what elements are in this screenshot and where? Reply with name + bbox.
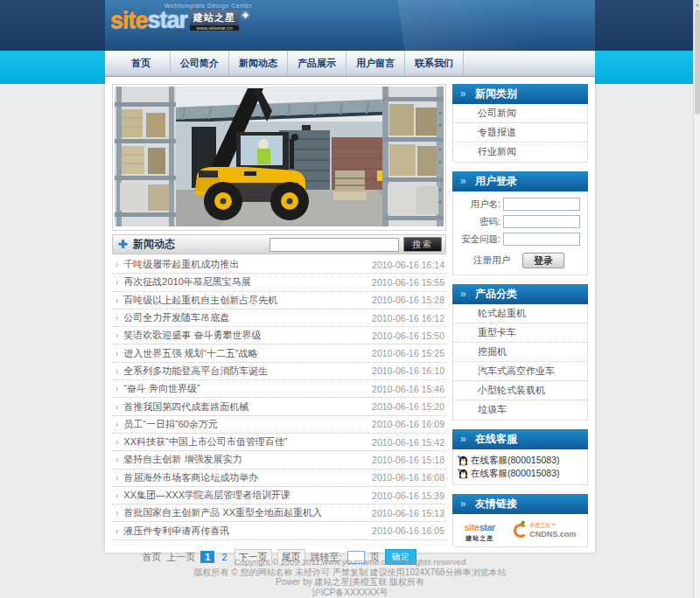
scrollbar[interactable]: ▲: [693, 0, 700, 598]
news-categories-header: » 新闻类别: [452, 84, 588, 104]
news-date: 2010-06-16 15:46: [372, 384, 444, 394]
bullet-arrow-icon: ›: [116, 260, 118, 269]
search-button[interactable]: 搜索: [403, 237, 442, 252]
bullet-arrow-icon: ›: [116, 330, 118, 340]
login-header: » 用户登录: [452, 171, 588, 191]
news-list-item[interactable]: › 笑语欢歌迎盛事 奋斗勇攀世界级 2010-06-16 15:50: [112, 327, 446, 344]
login-field-input[interactable]: [503, 198, 580, 211]
site-logo[interactable]: Webtemplate Design Center site star 建站之星…: [110, 3, 252, 31]
bullet-arrow-icon: ›: [116, 437, 118, 447]
icp-number-line[interactable]: 沪ICP备XXXXXX号: [0, 588, 700, 598]
news-title: XX集团—XXX学院高层管理者培训开课: [123, 489, 372, 502]
news-list-item[interactable]: › 员工“一日捐”60余万元 2010-06-16 16:09: [112, 416, 446, 434]
news-categories-title: 新闻类别: [475, 87, 517, 100]
news-list-item[interactable]: › 坚持自主创新 增强发展实力 2010-06-16 15:18: [112, 451, 446, 469]
nav-item[interactable]: 新闻动态: [229, 51, 288, 76]
login-field-input[interactable]: [503, 215, 580, 228]
logo-text-star: star: [148, 9, 188, 31]
product-category-item[interactable]: 轮式起重机: [453, 304, 587, 323]
online-service-item[interactable]: 在线客服(800015083): [457, 454, 584, 467]
login-title: 用户登录: [475, 175, 517, 187]
news-date: 2010-06-16 15:20: [372, 401, 444, 412]
copyright-line: Copyright © 2009-2011,www.yourname.com,A…: [0, 557, 700, 567]
chevron-right-icon: »: [460, 429, 466, 449]
news-date: 2010-06-16 15:25: [372, 348, 444, 358]
products-title: 产品分类: [475, 288, 517, 300]
news-title: 公司全力开发随车吊底盘: [123, 311, 372, 324]
news-date: 2010-06-16 16:08: [372, 472, 444, 483]
news-title: 再次征战2010年慕尼黑宝马展: [123, 275, 372, 289]
news-list-item[interactable]: › 首届海外市场客商论坛成功举办 2010-06-16 16:08: [112, 469, 446, 487]
friend-link-cndns-logo[interactable]: 美橙互联™ CNDNS.com: [514, 522, 576, 539]
scrollbar-up-arrow-icon[interactable]: ▲: [694, 0, 700, 9]
product-category-item[interactable]: 垃圾车: [453, 400, 587, 420]
nav-item[interactable]: 公司简介: [171, 51, 229, 76]
logo-text-site: site: [110, 9, 148, 31]
news-category-item[interactable]: 行业新闻: [453, 143, 587, 162]
news-category-item[interactable]: 公司新闻: [453, 104, 587, 123]
news-list-item[interactable]: › 首推我国第四代成套路面机械 2010-06-16 15:20: [112, 398, 446, 415]
news-list-item[interactable]: › 进入世界五强 规划“十二五”战略 2010-06-16 15:25: [112, 344, 446, 362]
nav-item[interactable]: 首页: [112, 51, 171, 76]
product-category-item[interactable]: 小型轮式装载机: [453, 381, 587, 400]
page-column: Webtemplate Design Center site star 建站之星…: [105, 0, 595, 553]
nav-item[interactable]: 联系我们: [405, 51, 464, 76]
news-date: 2010-06-16 16:05: [372, 525, 444, 536]
news-date: 2010-06-16 15:13: [372, 508, 444, 518]
friend-link-sitestar-logo[interactable]: sitestar 建站之星: [465, 518, 495, 543]
login-field-label: 安全问题:: [455, 233, 500, 246]
news-date: 2010-06-16 16:14: [372, 260, 444, 270]
news-list-item[interactable]: › 首批国家自主创新产品 XX重型全地面起重机入 2010-06-16 15:1…: [112, 504, 446, 522]
news-list-item[interactable]: › 全系列多功能登高平台消防车诞生 2010-06-16 16:10: [112, 363, 446, 380]
news-list-item[interactable]: › XX科技获“中国上市公司市值管理百佳” 2010-06-16 15:42: [112, 434, 446, 451]
news-section-title: 新闻动态: [133, 237, 175, 252]
online-service-item[interactable]: 在线客服(800015083): [457, 467, 584, 480]
chevron-right-icon: »: [460, 284, 466, 304]
bullet-arrow-icon: ›: [116, 420, 118, 429]
login-field-input[interactable]: [503, 233, 580, 246]
news-list-item[interactable]: › 公司全力开发随车吊底盘 2010-06-16 16:12: [112, 309, 446, 327]
news-title: 首届海外市场客商论坛成功举办: [123, 471, 372, 484]
product-category-item[interactable]: 汽车式高空作业车: [453, 362, 587, 381]
news-list-item[interactable]: › 百吨级以上起重机自主创新占尽先机 2010-06-16 15:28: [112, 292, 446, 309]
qq-penguin-icon: [457, 468, 468, 479]
news-list-item[interactable]: › 千吨级履带起重机成功推出 2010-06-16 16:14: [112, 256, 446, 274]
bullet-arrow-icon: ›: [116, 313, 118, 323]
bullet-arrow-icon: ›: [116, 455, 118, 464]
bullet-arrow-icon: ›: [116, 349, 118, 358]
nav-item[interactable]: 产品展示: [288, 51, 346, 76]
news-title: 全系列多功能登高平台消防车诞生: [123, 365, 372, 378]
sitestar-logo-text-site: site: [465, 522, 480, 532]
sidebar-section-service: » 在线客服: [452, 429, 588, 485]
news-list-item[interactable]: › 液压件专利申请再传喜讯 2010-06-16 16:05: [112, 522, 446, 539]
news-category-item[interactable]: 专题报道: [453, 123, 587, 143]
search-input[interactable]: [270, 238, 399, 252]
sitestar-logo-subtext: 建站之星: [465, 534, 495, 543]
bullet-arrow-icon: ›: [116, 277, 118, 287]
news-title: “奋斗 奔向世界级”: [123, 382, 372, 395]
news-date: 2010-06-16 15:28: [372, 295, 444, 305]
register-link[interactable]: 注册用户: [473, 254, 510, 267]
sidebar: » 新闻类别 公司新闻 专题报道 行业新闻 » 用户登录: [452, 84, 588, 553]
news-title: 百吨级以上起重机自主创新占尽先机: [123, 294, 372, 307]
chevron-right-icon: »: [460, 171, 466, 191]
sparkle-icon: ✦: [241, 9, 250, 22]
nav-item[interactable]: 用户留言: [346, 51, 405, 76]
chevron-right-icon: »: [460, 84, 466, 104]
sidebar-section-links: » 友情链接 sitestar 建站之星 美橙互联™ CNDNS.: [452, 494, 588, 547]
news-list-item[interactable]: › XX集团—XXX学院高层管理者培训开课 2010-06-16 15:39: [112, 487, 446, 504]
bullet-arrow-icon: ›: [116, 473, 118, 483]
chevron-right-icon: »: [460, 494, 466, 514]
news-list-item[interactable]: › 再次征战2010年慕尼黑宝马展 2010-06-16 15:55: [112, 274, 446, 291]
page-footer: Copyright © 2009-2011,www.yourname.com,A…: [0, 557, 700, 597]
service-header: » 在线客服: [452, 429, 588, 449]
qq-penguin-icon: [457, 455, 468, 466]
product-category-item[interactable]: 挖掘机: [453, 343, 587, 362]
bullet-arrow-icon: ›: [116, 490, 118, 500]
login-field-label: 密码:: [455, 216, 500, 228]
scrollbar-thumb[interactable]: [695, 10, 700, 115]
product-category-item[interactable]: 重型卡车: [453, 323, 587, 343]
bullet-arrow-icon: ›: [116, 296, 118, 305]
login-button[interactable]: 登录: [522, 253, 564, 268]
news-list-item[interactable]: › “奋斗 奔向世界级” 2010-06-16 15:46: [112, 380, 446, 398]
